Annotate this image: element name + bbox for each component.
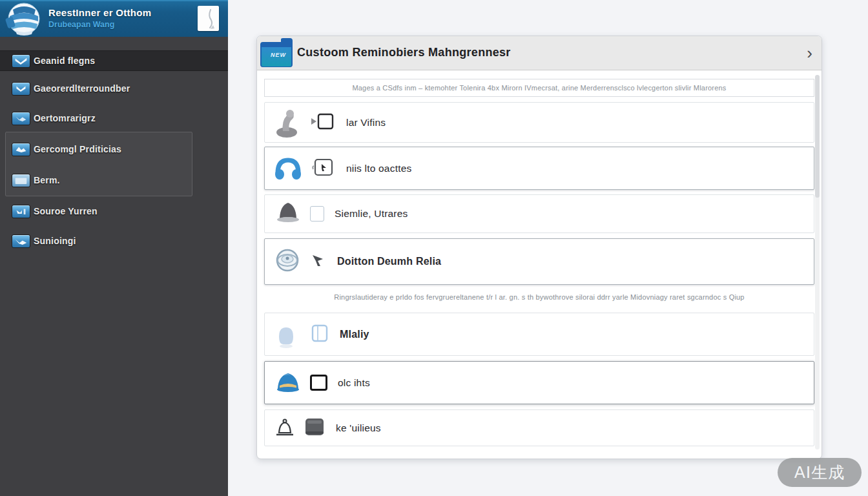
mail-tile-icon xyxy=(12,82,30,96)
reminder-row[interactable]: olc ihts xyxy=(264,361,814,404)
checkbox-bold[interactable] xyxy=(310,375,327,391)
mail-tile-icon xyxy=(12,205,30,218)
sidebar-item-4[interactable]: Berm. xyxy=(0,170,228,191)
app-subtitle: Drubeapan Wang xyxy=(48,20,114,29)
scrollbar-thumb[interactable] xyxy=(815,75,820,198)
bell-outline-icon xyxy=(274,413,296,443)
sidebar-item-2[interactable]: Oertomrarigrz xyxy=(0,108,228,129)
globe-icon xyxy=(274,247,302,276)
bell-gray-icon xyxy=(274,199,302,229)
panel-header: NEW Custoom Reminobiers Mahngrennesr › xyxy=(257,36,822,70)
sidebar-item-label: Sunioingi xyxy=(34,236,76,246)
scrollbar[interactable] xyxy=(815,75,820,450)
checkbox-with-cursor[interactable] xyxy=(310,158,336,179)
mail-tile-icon xyxy=(12,143,30,156)
checkbox-with-pointer[interactable] xyxy=(310,113,336,132)
sidebar-item-label: Geanid flegns xyxy=(34,56,95,66)
sidebar-item-0[interactable]: Geanid flegns xyxy=(0,50,228,71)
reminder-row[interactable]: niis lto oacttes xyxy=(264,147,814,190)
folder-tile-icon xyxy=(12,174,30,187)
screen: ReestInner er Otthom Drubeapan Wang Gean… xyxy=(0,0,868,496)
reminder-row[interactable]: Siemlie, Utrares xyxy=(264,194,814,233)
reminder-row[interactable]: ke 'uilieus xyxy=(264,409,814,446)
main-area: NEW Custoom Reminobiers Mahngrennesr › M… xyxy=(228,0,868,496)
statue-icon xyxy=(274,108,302,138)
sidebar-item-5[interactable]: Souroe Yurren xyxy=(0,202,228,222)
headphones-icon xyxy=(274,154,302,183)
reminder-row[interactable]: lar Vifins xyxy=(264,102,814,143)
reminder-label: niis lto oacttes xyxy=(346,163,411,174)
sidebar-item-label: Souroe Yurren xyxy=(34,206,98,216)
reminders-panel: NEW Custoom Reminobiers Mahngrennesr › M… xyxy=(256,36,822,459)
app-title: ReestInner er Otthom xyxy=(48,7,151,18)
reminder-label: ke 'uilieus xyxy=(336,422,381,434)
mail-tile-icon xyxy=(12,234,30,248)
reminder-row[interactable]: Mlaliy xyxy=(264,313,814,356)
sidebar-item-3[interactable]: Gercomgl Prditicias xyxy=(0,140,228,160)
checkbox-empty-light[interactable] xyxy=(310,206,324,222)
box-outline-blue[interactable] xyxy=(310,324,329,346)
solid-dark-box[interactable] xyxy=(304,417,326,439)
panel-title: Custoom Reminobiers Mahngrennesr xyxy=(297,46,511,59)
reminder-label: olc ihts xyxy=(338,377,370,389)
chevron-right-icon[interactable]: › xyxy=(807,43,812,63)
intro-text: Mages a CSdfs inm – ktemohter Tolenira 4… xyxy=(352,84,726,92)
intro-strip: Mages a CSdfs inm – ktemohter Tolenira 4… xyxy=(264,79,814,97)
reminder-row[interactable]: Doitton Deumh Relia xyxy=(264,238,814,285)
sidebar: ReestInner er Otthom Drubeapan Wang Gean… xyxy=(0,0,228,496)
cursor-arrow[interactable] xyxy=(310,253,327,271)
blob-icon xyxy=(274,320,302,349)
mail-tile-icon xyxy=(12,112,30,125)
app-header: ReestInner er Otthom Drubeapan Wang xyxy=(0,0,228,37)
mail-tile-icon xyxy=(12,54,30,68)
reminder-label: lar Vifins xyxy=(346,117,386,129)
sidebar-item-1[interactable]: Gaeorerdlterroundber xyxy=(0,79,228,99)
app-logo-icon xyxy=(5,2,41,37)
sidebar-item-label: Oertomrarigrz xyxy=(34,113,96,123)
reminder-label: Doitton Deumh Relia xyxy=(337,256,441,267)
reminder-label: Siemlie, Utrares xyxy=(335,208,408,220)
new-folder-icon: NEW xyxy=(259,38,294,68)
document-icon[interactable] xyxy=(198,6,219,31)
sidebar-item-label: Gercomgl Prditicias xyxy=(34,144,121,154)
ai-watermark-badge: AI生成 xyxy=(778,458,862,487)
sidebar-item-6[interactable]: Sunioingi xyxy=(0,231,228,252)
hat-icon xyxy=(274,368,302,398)
reminder-label: Mlaliy xyxy=(340,329,369,340)
folder-badge: NEW xyxy=(268,52,289,58)
sidebar-item-label: Gaeorerdlterroundber xyxy=(34,83,130,94)
sidebar-item-label: Berm. xyxy=(34,175,60,185)
middle-hint-text: Ringrslautideray e prldo fos fervgruerel… xyxy=(264,293,814,301)
